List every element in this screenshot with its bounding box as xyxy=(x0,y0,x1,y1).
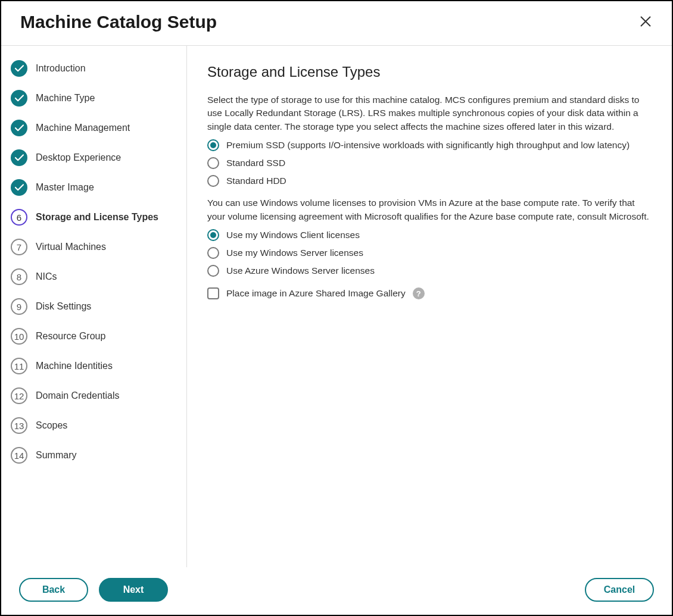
wizard-step[interactable]: 11Machine Identities xyxy=(11,358,177,374)
footer-left-buttons: Back Next xyxy=(19,578,168,602)
shared-image-gallery-label: Place image in Azure Shared Image Galler… xyxy=(226,288,406,299)
step-number-icon: 7 xyxy=(11,239,27,255)
dialog-header: Machine Catalog Setup xyxy=(1,1,672,46)
storage-type-radio-group: Premium SSD (supports I/O-intensive work… xyxy=(207,139,652,187)
wizard-step[interactable]: 14Summary xyxy=(11,447,177,464)
wizard-step[interactable]: 6Storage and License Types xyxy=(11,209,177,226)
content-heading: Storage and License Types xyxy=(207,64,652,80)
wizard-step[interactable]: 7Virtual Machines xyxy=(11,239,177,255)
radio-button[interactable] xyxy=(207,157,219,169)
check-icon xyxy=(11,179,27,196)
radio-label: Standard SSD xyxy=(226,158,285,168)
storage-option[interactable]: Premium SSD (supports I/O-intensive work… xyxy=(207,139,652,151)
check-icon xyxy=(11,90,27,107)
step-number-icon: 11 xyxy=(11,358,27,374)
step-label: Master Image xyxy=(36,182,94,193)
check-icon xyxy=(11,60,27,77)
step-label: Machine Identities xyxy=(36,361,113,371)
radio-button[interactable] xyxy=(207,175,219,187)
license-option[interactable]: Use my Windows Server licenses xyxy=(207,247,652,259)
wizard-step[interactable]: 10Resource Group xyxy=(11,328,177,345)
step-number-icon: 10 xyxy=(11,328,27,345)
radio-button[interactable] xyxy=(207,229,219,241)
storage-option[interactable]: Standard SSD xyxy=(207,157,652,169)
license-option[interactable]: Use Azure Windows Server licenses xyxy=(207,265,652,277)
step-label: Virtual Machines xyxy=(36,242,106,252)
wizard-step[interactable]: 13Scopes xyxy=(11,417,177,434)
storage-intro-text: Select the type of storage to use for th… xyxy=(207,93,652,133)
step-label: Machine Type xyxy=(36,93,95,104)
help-icon[interactable]: ? xyxy=(413,287,425,299)
license-type-radio-group: Use my Windows Client licensesUse my Win… xyxy=(207,229,652,277)
step-label: Summary xyxy=(36,450,76,461)
cancel-button[interactable]: Cancel xyxy=(585,578,654,602)
license-intro-text: You can use Windows volume licenses to p… xyxy=(207,196,652,223)
wizard-step[interactable]: Machine Type xyxy=(11,90,177,107)
wizard-step[interactable]: Introduction xyxy=(11,60,177,77)
radio-label: Premium SSD (supports I/O-intensive work… xyxy=(226,140,630,151)
step-label: Domain Credentials xyxy=(36,390,120,401)
wizard-content: Storage and License Types Select the typ… xyxy=(187,46,672,567)
check-icon xyxy=(11,149,27,166)
radio-button[interactable] xyxy=(207,247,219,259)
step-label: Desktop Experience xyxy=(36,152,121,163)
dialog-title: Machine Catalog Setup xyxy=(20,12,217,32)
step-label: Disk Settings xyxy=(36,301,91,312)
radio-label: Use my Windows Client licenses xyxy=(226,230,360,240)
step-label: Scopes xyxy=(36,420,67,431)
radio-label: Use my Windows Server licenses xyxy=(226,248,363,258)
step-label: Resource Group xyxy=(36,331,105,342)
step-label: NICs xyxy=(36,271,57,282)
step-number-icon: 8 xyxy=(11,268,27,285)
step-label: Storage and License Types xyxy=(36,212,158,223)
step-label: Machine Management xyxy=(36,123,130,133)
step-number-icon: 14 xyxy=(11,447,27,464)
shared-image-gallery-checkbox-row[interactable]: Place image in Azure Shared Image Galler… xyxy=(207,287,652,299)
radio-button[interactable] xyxy=(207,139,219,151)
wizard-step[interactable]: Machine Management xyxy=(11,120,177,136)
step-number-icon: 12 xyxy=(11,387,27,404)
wizard-step[interactable]: Desktop Experience xyxy=(11,149,177,166)
radio-label: Standard HDD xyxy=(226,176,286,186)
close-button[interactable] xyxy=(636,14,655,30)
next-button[interactable]: Next xyxy=(99,578,168,602)
check-icon xyxy=(11,120,27,136)
step-number-icon: 9 xyxy=(11,298,27,315)
close-icon xyxy=(640,15,652,27)
dialog-body: IntroductionMachine TypeMachine Manageme… xyxy=(1,46,672,567)
storage-option[interactable]: Standard HDD xyxy=(207,175,652,187)
wizard-step[interactable]: 8NICs xyxy=(11,268,177,285)
step-label: Introduction xyxy=(36,63,86,74)
dialog-footer: Back Next Cancel xyxy=(1,567,672,615)
back-button[interactable]: Back xyxy=(19,578,88,602)
wizard-step[interactable]: 12Domain Credentials xyxy=(11,387,177,404)
wizard-step[interactable]: Master Image xyxy=(11,179,177,196)
wizard-step[interactable]: 9Disk Settings xyxy=(11,298,177,315)
license-option[interactable]: Use my Windows Client licenses xyxy=(207,229,652,241)
shared-image-gallery-checkbox[interactable] xyxy=(207,287,219,299)
radio-label: Use Azure Windows Server licenses xyxy=(226,265,375,276)
step-number-icon: 6 xyxy=(11,209,27,226)
radio-button[interactable] xyxy=(207,265,219,277)
step-number-icon: 13 xyxy=(11,417,27,434)
wizard-steps-sidebar: IntroductionMachine TypeMachine Manageme… xyxy=(1,46,187,567)
